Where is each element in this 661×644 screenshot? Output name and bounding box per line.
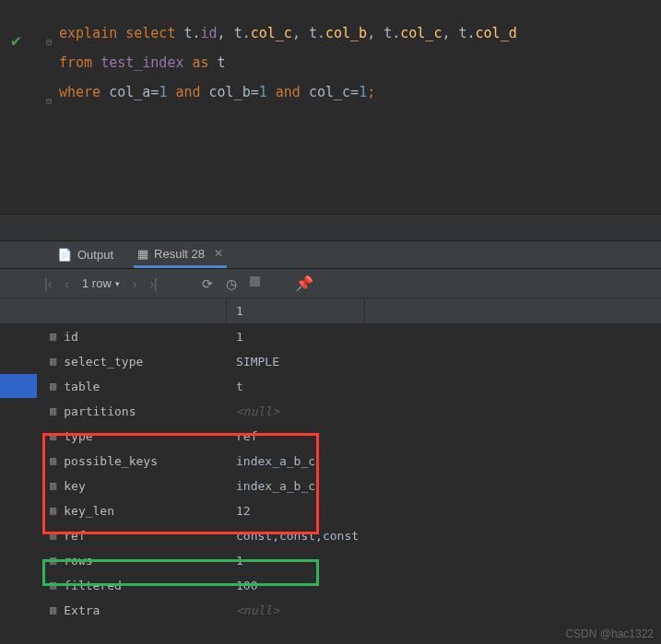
row-label: ▦possible_keys	[42, 454, 227, 468]
row-value[interactable]: SIMPLE	[227, 349, 365, 373]
column-icon: ▦	[50, 429, 56, 442]
row-value[interactable]: index_a_b_c	[227, 474, 365, 498]
table-row[interactable]: ▦tablet	[0, 374, 661, 399]
sql-code[interactable]: explain select t.id, t.col_c, t.col_b, t…	[59, 18, 661, 107]
ide-window: ✔ ⊟ ⊟ explain select t.id, t.col_c, t.co…	[0, 0, 661, 644]
column-icon: ▦	[50, 330, 56, 343]
column-icon: ▦	[50, 479, 56, 492]
row-value[interactable]: index_a_b_c	[227, 449, 365, 473]
nav-group: |‹ ‹ 1 row ▾ › ›|	[44, 276, 158, 291]
next-page-icon[interactable]: ›	[133, 276, 137, 291]
refresh-icon[interactable]: ⟳	[202, 276, 213, 291]
row-label: ▦key_len	[42, 504, 227, 518]
row-label: ▦key	[42, 479, 227, 493]
row-value[interactable]: 12	[227, 498, 365, 522]
sql-editor[interactable]: ✔ ⊟ ⊟ explain select t.id, t.col_c, t.co…	[0, 0, 661, 214]
chevron-down-icon: ▾	[115, 279, 120, 288]
row-label: ▦id	[42, 330, 227, 344]
table-row[interactable]: ▦keyindex_a_b_c	[0, 474, 661, 498]
tab-output[interactable]: 📄 Output	[53, 241, 117, 268]
grid-header-col1[interactable]: 1	[227, 299, 365, 323]
prev-page-icon[interactable]: ‹	[65, 276, 69, 291]
row-value[interactable]: <null>	[227, 598, 365, 622]
row-value[interactable]: 100	[227, 573, 365, 597]
table-row[interactable]: ▦Extra<null>	[0, 598, 661, 623]
row-label: ▦Extra	[42, 603, 227, 617]
tab-output-label: Output	[77, 248, 113, 262]
table-row[interactable]: ▦filtered100	[0, 573, 661, 598]
column-icon: ▦	[50, 529, 56, 542]
row-value[interactable]: 1	[227, 324, 365, 348]
column-icon: ▦	[50, 504, 56, 517]
table-row[interactable]: ▦key_len12	[0, 498, 661, 523]
output-icon: 📄	[57, 248, 72, 262]
action-group: ⟳ ◷	[202, 276, 260, 291]
column-icon: ▦	[50, 579, 56, 591]
column-icon: ▦	[50, 454, 56, 467]
row-label: ▦ref	[42, 529, 227, 543]
pin-icon[interactable]: 📌	[295, 275, 313, 292]
row-value[interactable]: t	[227, 374, 365, 398]
row-value[interactable]: ref	[227, 424, 365, 448]
row-count[interactable]: 1 row ▾	[82, 276, 120, 290]
table-row[interactable]: ▦rows1	[0, 548, 661, 573]
checkmark-icon: ✔	[11, 26, 21, 55]
column-icon: ▦	[50, 554, 56, 567]
row-label: ▦table	[42, 380, 227, 393]
first-page-icon[interactable]: |‹	[44, 276, 52, 291]
table-row[interactable]: ▦id1	[0, 324, 661, 349]
column-icon: ▦	[50, 603, 56, 616]
stop-icon[interactable]	[250, 276, 260, 287]
row-label: ▦type	[42, 429, 227, 443]
row-value[interactable]: <null>	[227, 399, 365, 423]
clock-icon[interactable]: ◷	[226, 276, 237, 291]
tab-result-label: Result 28	[154, 247, 205, 261]
grid-icon: ▦	[137, 247, 148, 261]
column-icon: ▦	[50, 404, 56, 417]
panel-spacer	[0, 214, 661, 241]
tab-result[interactable]: ▦ Result 28 ✕	[134, 241, 227, 268]
row-label: ▦select_type	[42, 355, 227, 369]
last-page-icon[interactable]: ›|	[149, 276, 157, 291]
table-row[interactable]: ▦possible_keysindex_a_b_c	[0, 449, 661, 474]
close-icon[interactable]: ✕	[214, 247, 223, 260]
grid-header-name	[42, 299, 227, 323]
table-row[interactable]: ▦typeref	[0, 424, 661, 449]
editor-gutter: ✔	[0, 0, 42, 214]
row-label: ▦filtered	[42, 579, 227, 592]
watermark: CSDN @hac1322	[565, 627, 654, 640]
result-tabs: 📄 Output ▦ Result 28 ✕	[0, 241, 661, 269]
table-row[interactable]: ▦partitions<null>	[0, 399, 661, 424]
fold-icon[interactable]: ⊟	[46, 28, 52, 57]
row-label: ▦rows	[42, 554, 227, 568]
column-icon: ▦	[50, 380, 56, 392]
row-value[interactable]: 1	[227, 548, 365, 572]
result-toolbar: |‹ ‹ 1 row ▾ › ›| ⟳ ◷ 📌	[0, 269, 661, 299]
column-icon: ▦	[50, 355, 56, 368]
table-row[interactable]: ▦refconst,const,const	[0, 523, 661, 548]
row-label: ▦partitions	[42, 404, 227, 418]
result-grid: 1 ▦id1▦select_typeSIMPLE▦tablet▦partitio…	[0, 299, 661, 623]
table-row[interactable]: ▦select_typeSIMPLE	[0, 349, 661, 374]
row-value[interactable]: const,const,const	[227, 523, 365, 547]
grid-header: 1	[0, 299, 661, 324]
fold-icon[interactable]: ⊟	[46, 87, 52, 116]
